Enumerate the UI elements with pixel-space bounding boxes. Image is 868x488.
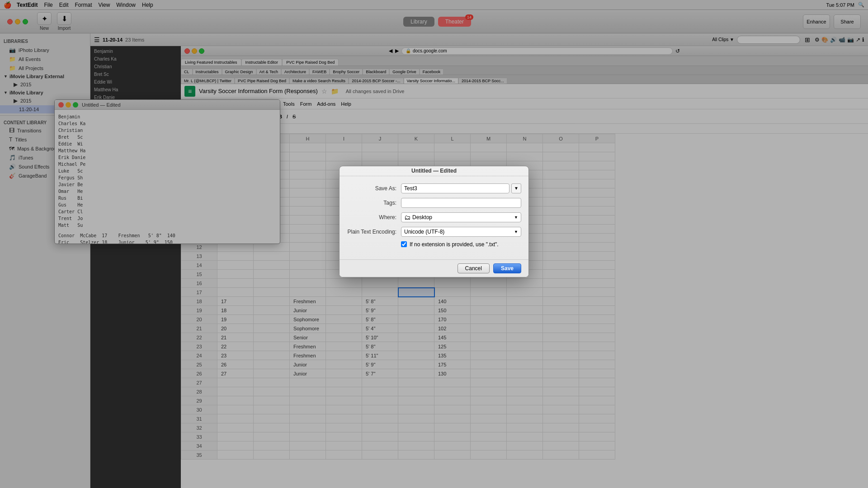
- dialog-buttons: Cancel Save: [340, 259, 528, 277]
- extension-checkbox-label: If no extension is provided, use ".txt".: [410, 241, 499, 248]
- encoding-label: Plain Text Encoding:: [347, 229, 396, 235]
- extension-checkbox[interactable]: [401, 241, 407, 247]
- save-as-label: Save As:: [347, 185, 396, 192]
- where-row: Where: 🗂 Desktop ▼: [347, 212, 521, 222]
- where-label: Where:: [347, 214, 396, 221]
- save-dialog-title: Untitled — Edited: [340, 166, 528, 176]
- encoding-value: Unicode (UTF-8): [404, 229, 444, 235]
- save-dialog-overlay: Untitled — Edited Save As: ▼ Tags: Where…: [0, 0, 868, 488]
- encoding-select[interactable]: Unicode (UTF-8) ▼: [401, 227, 521, 237]
- where-select[interactable]: 🗂 Desktop ▼: [401, 212, 521, 222]
- save-dialog: Untitled — Edited Save As: ▼ Tags: Where…: [339, 166, 529, 277]
- tags-input[interactable]: [401, 198, 521, 208]
- checkbox-row: If no extension is provided, use ".txt".: [401, 241, 521, 248]
- save-as-input[interactable]: [401, 183, 509, 193]
- encoding-row: Plain Text Encoding: Unicode (UTF-8) ▼: [347, 227, 521, 237]
- save-button[interactable]: Save: [493, 263, 521, 273]
- cancel-button[interactable]: Cancel: [458, 263, 490, 273]
- save-as-expand[interactable]: ▼: [511, 183, 521, 193]
- save-as-row: Save As: ▼: [347, 183, 521, 193]
- save-dialog-body: Save As: ▼ Tags: Where: 🗂 Desktop ▼: [340, 176, 528, 259]
- where-value: Desktop: [412, 214, 432, 221]
- encoding-arrow: ▼: [514, 230, 518, 234]
- tags-row: Tags:: [347, 198, 521, 208]
- save-as-input-group: ▼: [401, 183, 521, 193]
- where-arrow: ▼: [514, 215, 518, 220]
- folder-icon: 🗂: [404, 214, 410, 221]
- tags-label: Tags:: [347, 200, 396, 206]
